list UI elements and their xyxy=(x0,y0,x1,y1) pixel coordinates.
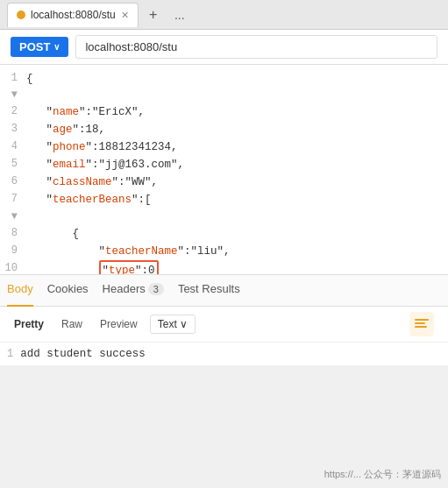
tab-status-dot xyxy=(17,11,25,19)
code-line: 8 { xyxy=(0,225,448,243)
format-svg-icon xyxy=(414,316,430,332)
browser-tab[interactable]: localhost:8080/stu ✕ xyxy=(7,3,139,27)
line-number: 3 xyxy=(0,121,26,138)
text-format-arrow: ∨ xyxy=(180,318,188,330)
code-line: 4 "phone":18812341234, xyxy=(0,138,448,156)
tab-test-results[interactable]: Test Results xyxy=(178,275,240,307)
url-input[interactable] xyxy=(75,35,437,59)
tab-cookies[interactable]: Cookies xyxy=(47,275,89,307)
method-label: POST xyxy=(19,40,50,53)
response-line: 1 add student success xyxy=(7,348,441,360)
watermark: https://... 公众号：茅道源码 xyxy=(324,468,441,481)
subtab-preview[interactable]: Preview xyxy=(93,315,145,333)
line-number: 7 ▼ xyxy=(0,191,26,224)
tab-close-icon[interactable]: ✕ xyxy=(121,10,129,21)
tab-bar: localhost:8080/stu ✕ + ... xyxy=(0,0,448,30)
tab-body[interactable]: Body xyxy=(7,275,33,307)
code-line: 6 "className":"WW", xyxy=(0,173,448,191)
format-icon[interactable] xyxy=(409,312,434,336)
sub-tabs: Pretty Raw Preview Text ∨ xyxy=(0,307,448,343)
line-number: 5 xyxy=(0,156,26,173)
method-dropdown-arrow: ∨ xyxy=(53,42,60,52)
tab-headers[interactable]: Headers 3 xyxy=(103,275,164,307)
response-line-number: 1 xyxy=(7,348,13,360)
line-number: 4 xyxy=(0,138,26,155)
more-tabs-button[interactable]: ... xyxy=(168,4,191,26)
editor-content[interactable]: 1 ▼ { 2 "name":"EricX", 3 "age":18, 4 "p… xyxy=(0,65,448,274)
text-format-dropdown[interactable]: Text ∨ xyxy=(150,315,196,334)
editor-area: 1 ▼ { 2 "name":"EricX", 3 "age":18, 4 "p… xyxy=(0,65,448,275)
text-format-label: Text xyxy=(158,318,177,330)
line-number: 10 xyxy=(0,260,26,274)
code-line-highlight: 10 "type":0 xyxy=(0,260,448,274)
panel-tabs: Body Cookies Headers 3 Test Results xyxy=(0,275,448,307)
subtab-pretty[interactable]: Pretty xyxy=(7,315,51,333)
new-tab-button[interactable]: + xyxy=(142,4,165,26)
method-button[interactable]: POST ∨ xyxy=(11,37,68,57)
code-line: 5 "email":"jj@163.com", xyxy=(0,156,448,173)
line-number: 8 xyxy=(0,225,26,242)
code-line: 9 "teacherName":"liu", xyxy=(0,243,448,260)
code-line: 7 ▼ "teacherBeans":[ xyxy=(0,191,448,224)
bottom-panel: Body Cookies Headers 3 Test Results Pret… xyxy=(0,275,448,365)
line-number: 1 ▼ xyxy=(0,70,26,103)
subtab-raw[interactable]: Raw xyxy=(54,315,89,333)
tab-label: localhost:8080/stu xyxy=(31,9,116,21)
svg-rect-1 xyxy=(415,322,425,324)
address-bar: POST ∨ xyxy=(0,30,448,65)
line-number: 6 xyxy=(0,173,26,190)
code-line: 3 "age":18, xyxy=(0,121,448,138)
svg-rect-0 xyxy=(415,319,429,321)
response-text: add student success xyxy=(20,348,146,360)
code-line: 2 "name":"EricX", xyxy=(0,103,448,121)
svg-rect-2 xyxy=(415,326,427,328)
code-line: 1 ▼ { xyxy=(0,70,448,103)
line-number: 9 xyxy=(0,243,26,259)
response-body: 1 add student success xyxy=(0,343,448,365)
line-number: 2 xyxy=(0,103,26,120)
watermark-text: https://... 公众号：茅道源码 xyxy=(324,469,441,479)
